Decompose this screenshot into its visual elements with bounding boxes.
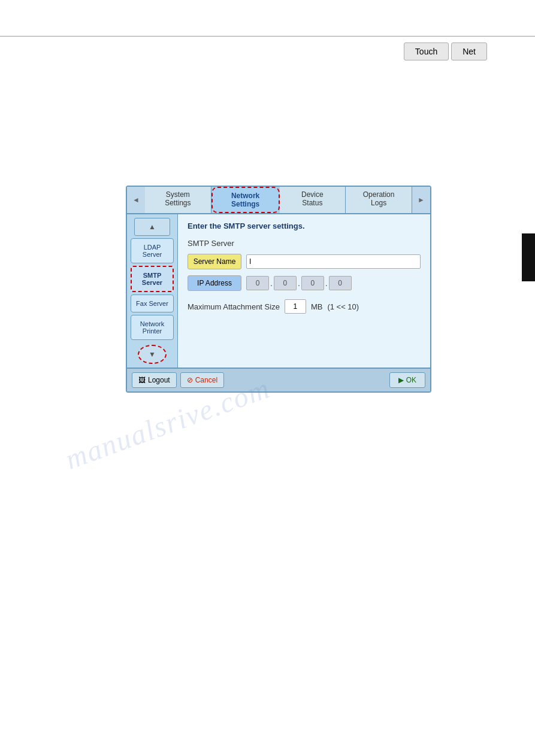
logout-button[interactable]: 🖼 Logout [132, 372, 177, 388]
bottom-left-buttons: 🖼 Logout ⊘ Cancel [132, 372, 224, 388]
tab-system-settings[interactable]: System Settings [145, 187, 211, 213]
top-bar: Touch Net [0, 36, 535, 60]
tab-network-settings[interactable]: Network Settings [211, 187, 280, 213]
logout-icon: 🖼 [138, 376, 146, 384]
touch-tab-button[interactable]: Touch [404, 42, 449, 60]
attachment-value-input[interactable] [285, 299, 306, 314]
ip-octet-3[interactable] [301, 276, 324, 290]
cancel-label: Cancel [195, 376, 217, 384]
attachment-range: (1 << 10) [327, 302, 359, 311]
instruction-text: Enter the SMTP server settings. [188, 221, 421, 230]
ip-dot-2: . [298, 278, 300, 288]
bottom-bar: 🖼 Logout ⊘ Cancel ▶ OK [127, 368, 430, 391]
attachment-unit: MB [311, 302, 323, 311]
sidebar-item-ldap-server[interactable]: LDAP Server [131, 238, 174, 263]
ip-dot-3: . [325, 278, 328, 288]
ok-label: OK [406, 376, 416, 384]
ip-octet-1[interactable] [246, 276, 269, 290]
cancel-button[interactable]: ⊘ Cancel [180, 372, 224, 388]
main-content: Enter the SMTP server settings. SMTP Ser… [178, 214, 430, 368]
ip-address-row: IP Address . . . [188, 275, 421, 291]
server-name-input[interactable] [246, 254, 421, 269]
ip-octet-4[interactable] [329, 276, 352, 290]
right-bar [522, 233, 535, 281]
logout-label: Logout [148, 376, 170, 384]
ip-dot-1: . [270, 278, 273, 288]
sidebar-item-fax-server[interactable]: Fax Server [131, 294, 174, 312]
server-name-row: Server Name [188, 254, 421, 269]
tab-bar: ◄ System Settings Network Settings Devic… [127, 187, 430, 214]
sidebar-up-button[interactable]: ▲ [134, 218, 170, 236]
sidebar-down-button[interactable]: ▼ [138, 345, 167, 364]
server-name-button[interactable]: Server Name [188, 254, 241, 269]
down-arrow-icon: ▼ [149, 350, 156, 359]
tab-operation-logs[interactable]: Operation Logs [346, 187, 412, 213]
ip-inputs: . . . [246, 276, 352, 290]
sidebar-item-smtp-server[interactable]: SMTP Server [131, 266, 174, 292]
smtp-section-label: SMTP Server [188, 239, 421, 248]
ok-icon: ▶ [398, 376, 404, 384]
tab-next-button[interactable]: ► [412, 187, 430, 213]
tab-device-status[interactable]: Device Status [280, 187, 346, 213]
up-arrow-icon: ▲ [149, 223, 156, 231]
sidebar: ▲ LDAP Server SMTP Server Fax Server Net… [127, 214, 178, 368]
net-tab-button[interactable]: Net [451, 42, 487, 60]
sidebar-item-network-printer[interactable]: Network Printer [131, 315, 174, 340]
attachment-label: Maximum Attachment Size [188, 302, 280, 311]
attachment-row: Maximum Attachment Size MB (1 << 10) [188, 299, 421, 314]
ok-button[interactable]: ▶ OK [389, 372, 425, 388]
ip-octet-2[interactable] [274, 276, 297, 290]
tab-prev-button[interactable]: ◄ [127, 187, 145, 213]
ui-panel: ◄ System Settings Network Settings Devic… [126, 186, 431, 393]
ip-address-button[interactable]: IP Address [188, 275, 241, 291]
content-area: ▲ LDAP Server SMTP Server Fax Server Net… [127, 214, 430, 368]
cancel-icon: ⊘ [187, 376, 193, 384]
